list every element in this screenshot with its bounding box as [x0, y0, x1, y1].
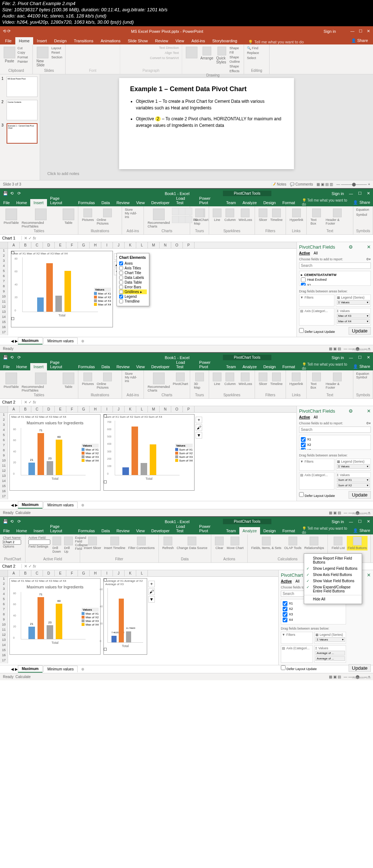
share-button[interactable]: 👤 Share — [348, 37, 372, 44]
recommended-charts[interactable]: Recommended Charts — [147, 208, 170, 229]
shape-fill[interactable]: Shape Fill — [229, 46, 241, 55]
tab-review[interactable]: Review — [152, 37, 172, 44]
max-chart[interactable]: Max of X1 Max of X2 Max of X3 Max of X4 … — [9, 414, 101, 491]
close-pane-icon[interactable]: ✕ — [367, 244, 371, 250]
zoom-slider[interactable]: — ———⬤——— + — [337, 182, 370, 186]
thumbnail-1[interactable]: MS Excel Power Pivot — [7, 77, 38, 97]
tab-powerpivot[interactable]: Power Pivot — [196, 195, 223, 206]
recommended-pt[interactable]: Recommended PivotTables — [21, 208, 60, 229]
avg-chart[interactable]: Average of X1 Average of X2 Average of X… — [103, 578, 147, 655]
sum-chart[interactable]: Sum of X1 Sum of X2 Sum of X3 Sum of X4 … — [103, 414, 195, 491]
shapes-button[interactable] — [185, 46, 198, 59]
shape-effects[interactable]: Shape Effects — [229, 64, 241, 73]
table-button[interactable]: Table — [62, 208, 75, 225]
share-button[interactable]: 👤 Share — [350, 199, 373, 206]
tab-animations[interactable]: Animations — [97, 37, 124, 44]
reset-button[interactable]: Reset — [51, 50, 62, 55]
tab-view[interactable]: View — [133, 199, 148, 206]
sheet-minimum[interactable]: Minimum values — [43, 338, 78, 344]
tab-team[interactable]: Team — [223, 199, 239, 206]
slide-canvas[interactable]: Example 1 – Cement Data Pivot Chart Obje… — [119, 78, 294, 169]
tab-formulas[interactable]: Formulas — [75, 199, 98, 206]
new-slide-button[interactable]: New Slide — [36, 46, 50, 68]
slicer-button[interactable]: Slicer — [258, 208, 268, 222]
tab-pagelayout[interactable]: Page Layout — [47, 195, 75, 206]
minimize-icon[interactable]: — — [350, 29, 354, 34]
tab-home[interactable]: Home — [15, 37, 33, 44]
section-button[interactable]: Section — [51, 55, 62, 60]
save-icon[interactable]: 💾 — [3, 191, 8, 196]
copy-button[interactable]: Copy — [17, 50, 30, 55]
tab-addins[interactable]: Add-ins — [188, 37, 208, 44]
tab-loadtest[interactable]: Load Test — [173, 195, 196, 206]
hyperlink-button[interactable]: Hyperlink — [289, 208, 304, 222]
tab-storyboarding[interactable]: Storyboarding — [209, 37, 241, 44]
update-button[interactable]: Update — [349, 327, 371, 335]
tab-insert[interactable]: Insert — [30, 199, 47, 206]
search-input[interactable] — [299, 262, 371, 269]
pp-ribbon-tabs: File Home Insert Design Transitions Anim… — [0, 36, 373, 44]
find-button[interactable]: 🔍 Find — [247, 46, 266, 51]
myaddins-button[interactable]: My Add-ins — [125, 211, 141, 219]
tab-home[interactable]: Home — [13, 199, 30, 206]
select-button[interactable]: Select — [247, 56, 266, 61]
tab-design[interactable]: Design — [51, 37, 70, 44]
paste-button[interactable]: Paste — [3, 46, 16, 64]
gear-icon[interactable]: ⚙ — [349, 244, 353, 250]
tab-file[interactable]: File — [1, 37, 15, 44]
tab-analyze[interactable]: Analyze — [239, 199, 260, 206]
tell-me[interactable]: 💡 Tell me what you want to do — [248, 40, 304, 44]
name-box[interactable]: Chart 1 — [0, 236, 22, 240]
field-buttons-menu: Show Report Filter Field Buttons ✓Show L… — [304, 553, 362, 604]
arrange-button[interactable]: Arrange — [200, 46, 214, 61]
comments-button[interactable]: 💬 Comments — [290, 182, 313, 186]
signin-link[interactable]: Sign in — [323, 29, 336, 34]
format-painter[interactable]: Format Painter — [17, 55, 30, 64]
tell-me[interactable]: 💡 Tell me what you want to do — [302, 198, 350, 206]
shape-outline[interactable]: Shape Outline — [229, 55, 241, 64]
pivottable-button[interactable]: PivotTable — [3, 208, 20, 225]
tab-transitions[interactable]: Transitions — [70, 37, 97, 44]
signin-link[interactable]: Sign in — [331, 191, 344, 196]
quick-styles[interactable]: Quick Styles — [216, 46, 228, 65]
cut-button[interactable]: Cut — [17, 46, 30, 51]
tab-slideshow[interactable]: Slide Show — [124, 37, 152, 44]
tab-insert[interactable]: Insert — [33, 37, 51, 44]
sheet-maximum[interactable]: Maximum — [18, 337, 43, 345]
tab-file[interactable]: File — [0, 199, 13, 206]
minimize-icon[interactable]: — — [349, 191, 353, 196]
ex-statusbar: Ready ▦ ▣ ▤— ——⬤—— + ReleaseHive — [0, 345, 373, 352]
excel-window-3: 💾⟲⟳Book1 - ExcelPivotChart ToolsSign in—… — [0, 516, 373, 680]
notes-button[interactable]: 📝 Notes — [271, 182, 286, 186]
bullet-1: Objective 1 – To create a Pivot Chart fo… — [136, 98, 283, 111]
pictures-button[interactable]: Pictures — [81, 208, 95, 222]
close-icon[interactable]: ✕ — [367, 191, 370, 196]
layout-button[interactable]: Layout — [51, 46, 62, 51]
close-icon[interactable]: ✕ — [367, 29, 370, 34]
tab-design[interactable]: Design — [260, 199, 279, 206]
notes-placeholder[interactable]: Click to add notes — [40, 169, 373, 178]
max-chart-3[interactable]: Max of X1 Max of X2 Max of X3 Max of X4 … — [9, 578, 101, 655]
tab-developer[interactable]: Developer — [148, 199, 173, 206]
timeline-button[interactable]: Timeline — [270, 208, 283, 222]
tab-review[interactable]: Review — [113, 199, 133, 206]
powerpoint-window: ⟲ ⟳ MS Excel Power Pivot.pptx - PowerPoi… — [0, 26, 373, 188]
tab-data[interactable]: Data — [98, 199, 113, 206]
store-button[interactable]: Store — [125, 208, 141, 211]
add-sheet-button[interactable]: ⊕ — [78, 338, 87, 344]
online-pictures[interactable]: Online Pictures — [96, 208, 118, 226]
tab-view[interactable]: View — [172, 37, 188, 44]
maximize-icon[interactable]: ☐ — [359, 29, 362, 34]
pivot-chart-1[interactable]: Max of X1 Max of X2 Max of X3 Max of X4 … — [11, 251, 113, 327]
tab-format[interactable]: Format — [279, 199, 298, 206]
ex-ribbon: PivotTable Recommended PivotTables Table… — [0, 206, 373, 235]
worksheet-grid[interactable]: ABCDEFGHIJKLMNOP 12345678910111213141516… — [0, 242, 297, 337]
replace-button[interactable]: Replace — [247, 51, 266, 56]
thumbnail-3[interactable]: Example 1 – Cement Data Pivot Chart — [7, 123, 38, 144]
field-buttons[interactable]: Field Buttons — [347, 536, 368, 550]
thumbnail-2[interactable]: Course Contents — [7, 100, 38, 120]
view-buttons[interactable]: ▦ ▣ ▤ ▥ — [317, 182, 333, 186]
maximize-icon[interactable]: ☐ — [358, 191, 362, 196]
3d-map[interactable]: 3D Map — [193, 208, 206, 226]
context-tools: PivotChart Tools — [223, 191, 271, 196]
